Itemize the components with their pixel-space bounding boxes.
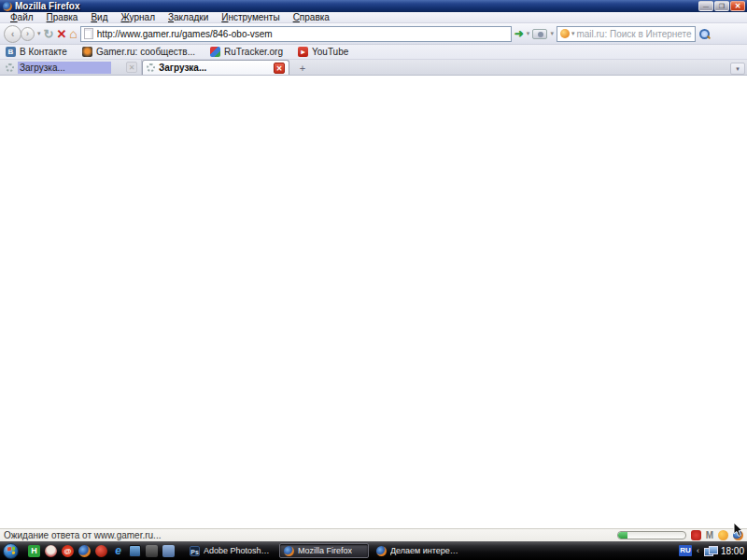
youtube-icon	[298, 47, 308, 57]
taskbar: H @ e Ps Adobe Photoshop CS... Mozilla F…	[0, 541, 747, 560]
progress-bar	[617, 531, 686, 539]
loading-spinner-icon	[6, 63, 14, 72]
tab-close-icon[interactable]: ✕	[126, 62, 137, 73]
search-go-icon[interactable]	[698, 28, 711, 40]
bookmark-label: YouTube	[312, 47, 348, 57]
tab-loading-1[interactable]: Загрузка... ✕	[2, 60, 142, 75]
maximize-button[interactable]	[714, 1, 729, 11]
tab-close-icon[interactable]: ✕	[274, 63, 285, 74]
language-indicator[interactable]: RU	[679, 545, 692, 556]
bookmark-gamer-ru[interactable]: Gamer.ru: сообществ...	[82, 47, 195, 57]
taskbutton-photoshop[interactable]: Ps Adobe Photoshop CS...	[186, 543, 275, 558]
close-button[interactable]	[730, 1, 745, 11]
bookmarks-toolbar: B В Контакте Gamer.ru: сообществ... RuTr…	[0, 45, 747, 60]
task-buttons: Ps Adobe Photoshop CS... Mozilla Firefox…	[186, 543, 462, 558]
titlebar[interactable]: Mozilla Firefox	[0, 0, 747, 12]
bookmark-vkontakte[interactable]: B В Контакте	[6, 47, 67, 57]
history-dropdown-icon[interactable]: ▾	[37, 30, 41, 37]
window-controls	[698, 1, 745, 11]
photoshop-icon: Ps	[190, 546, 200, 556]
status-bar: Ожидание ответа от www.gamer.ru... M	[0, 528, 747, 541]
search-placeholder[interactable]: mail.ru: Поиск в Интернете	[576, 29, 691, 39]
vk-icon: B	[6, 47, 16, 57]
rutracker-icon	[210, 47, 220, 57]
home-button[interactable]: ⌂	[69, 26, 77, 41]
smiley-addon-icon[interactable]	[718, 530, 728, 540]
camera-dropdown-icon[interactable]: ▾	[550, 30, 554, 37]
windows-logo-icon	[7, 547, 15, 555]
tab-label: Загрузка...	[18, 62, 111, 74]
new-tab-button[interactable]: +	[295, 62, 310, 75]
search-box[interactable]: ▾ mail.ru: Поиск в Интернете	[557, 26, 696, 42]
start-button[interactable]	[3, 543, 19, 559]
status-right-cluster: M	[617, 530, 743, 540]
quicklaunch-firefox-icon[interactable]	[78, 545, 91, 557]
quick-launch-bar: H @ e	[28, 545, 175, 557]
firefox-icon	[284, 546, 294, 556]
menubar: Файл Правка Вид Журнал Закладки Инструме…	[0, 12, 747, 23]
network-icon[interactable]	[704, 546, 716, 555]
url-text[interactable]: http://www.gamer.ru/games/846-obo-vsem	[97, 29, 273, 39]
url-bar[interactable]: http://www.gamer.ru/games/846-obo-vsem	[80, 26, 512, 42]
gamer-icon	[82, 47, 92, 57]
menu-file[interactable]: Файл	[4, 12, 40, 23]
bookmark-label: Gamer.ru: сообществ...	[96, 47, 195, 57]
bookmark-label: RuTracker.org	[224, 47, 283, 57]
menu-edit[interactable]: Правка	[40, 12, 85, 23]
bookmark-label: В Контакте	[20, 47, 67, 57]
mouse-cursor	[733, 523, 744, 538]
quicklaunch-explorer-icon[interactable]	[162, 545, 175, 557]
camera-icon[interactable]	[532, 29, 547, 39]
go-button[interactable]: ➜	[514, 27, 524, 40]
stop-button[interactable]: ✕	[56, 27, 66, 41]
menu-view[interactable]: Вид	[84, 12, 114, 23]
adblock-icon[interactable]	[691, 530, 701, 540]
tab-loading-2-active[interactable]: Загрузка... ✕	[142, 60, 289, 75]
page-favicon	[84, 28, 93, 39]
search-engine-dropdown-icon[interactable]: ▾	[571, 30, 575, 37]
quicklaunch-torrent-icon[interactable]: H	[28, 545, 40, 557]
quicklaunch-laptop-icon[interactable]	[146, 545, 158, 557]
firefox-icon	[376, 546, 387, 556]
menu-tools[interactable]: Инструменты	[215, 12, 286, 23]
gmail-notifier-icon[interactable]: M	[706, 530, 713, 540]
reload-button[interactable]: ↻	[44, 27, 54, 41]
quicklaunch-mail-agent-icon[interactable]: @	[62, 545, 74, 557]
menu-bookmarks[interactable]: Закладки	[162, 12, 215, 23]
menu-help[interactable]: Справка	[287, 12, 336, 23]
bookmark-rutracker[interactable]: RuTracker.org	[210, 47, 283, 57]
bookmark-youtube[interactable]: YouTube	[298, 47, 348, 57]
search-engine-icon[interactable]	[560, 29, 570, 38]
quicklaunch-opera-icon[interactable]	[95, 545, 107, 557]
firefox-window: Mozilla Firefox Файл Правка Вид Журнал З…	[0, 0, 747, 541]
navigation-toolbar: ‹ › ▾ ↻ ✕ ⌂ http://www.gamer.ru/games/84…	[0, 23, 747, 45]
go-dropdown-icon[interactable]: ▾	[527, 30, 530, 37]
back-button[interactable]: ‹	[4, 25, 21, 43]
taskbutton-firefox-2[interactable]: Делаем интересное ...	[373, 543, 462, 558]
system-tray: RU ‹ 18:00	[679, 545, 744, 556]
quicklaunch-ie-icon[interactable]: e	[112, 545, 124, 557]
page-content	[0, 76, 747, 528]
desktop: Mozilla Firefox Файл Правка Вид Журнал З…	[0, 0, 747, 560]
tab-strip: Загрузка... ✕ Загрузка... ✕ + ▾	[0, 60, 747, 76]
tab-label: Загрузка...	[159, 63, 206, 73]
taskbar-clock[interactable]: 18:00	[721, 546, 744, 556]
quicklaunch-desktop-icon[interactable]	[129, 545, 141, 557]
loading-spinner-icon	[147, 63, 155, 72]
status-text: Ожидание ответа от www.gamer.ru...	[4, 530, 161, 540]
minimize-button[interactable]	[698, 1, 713, 11]
window-title: Mozilla Firefox	[15, 0, 79, 12]
progress-fill	[618, 532, 627, 539]
firefox-app-icon	[3, 2, 12, 11]
forward-button[interactable]: ›	[21, 27, 35, 41]
tray-collapse-icon[interactable]: ‹	[697, 546, 699, 555]
taskbutton-firefox[interactable]: Mozilla Firefox	[279, 543, 369, 558]
quicklaunch-paw-icon[interactable]	[45, 545, 57, 557]
menu-history[interactable]: Журнал	[114, 12, 162, 23]
list-all-tabs-icon[interactable]: ▾	[730, 63, 745, 75]
